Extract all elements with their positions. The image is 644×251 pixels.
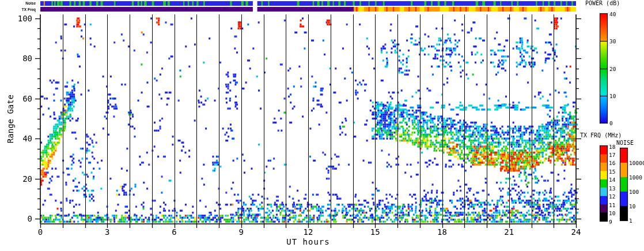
txfreq-colorbar-title: TX FRQ (MHz) (580, 133, 622, 138)
noise-tick-label: 100 (629, 189, 639, 195)
power-tick-label: 0 (609, 120, 613, 126)
noise-strip-label: Noise (10, 1, 36, 5)
y-tick-label: 60 (7, 94, 32, 103)
power-tick-label: 40 (609, 11, 616, 17)
y-tick-label: 0 (7, 214, 32, 223)
noise-tick-label: 10000 (629, 160, 644, 166)
x-tick-label: 15 (363, 227, 387, 237)
x-axis-title: UT hours (262, 238, 354, 246)
noise-colorbar-title: NOISE (616, 140, 634, 146)
x-tick-label: 21 (498, 227, 521, 237)
y-tick-label: 40 (7, 134, 32, 143)
power-tick-label: 30 (609, 38, 616, 44)
x-tick-label: 9 (230, 227, 253, 237)
power-tick-label: 20 (609, 66, 616, 72)
txfreq-tick-label: 13 (609, 185, 615, 192)
y-tick-label: 80 (7, 54, 32, 63)
y-tick-label: 100 (7, 14, 32, 23)
x-tick-label: 6 (163, 227, 186, 237)
x-tick-label: 3 (96, 227, 119, 237)
plot-canvas (0, 0, 644, 251)
txfreq-tick-label: 14 (609, 177, 615, 183)
txfreq-tick-label: 10 (609, 210, 615, 216)
y-tick-label: 20 (7, 174, 32, 183)
power-colorbar-title: POWER (dB) (585, 1, 620, 6)
txfreq-tick-label: 15 (609, 168, 615, 175)
txfreq-tick-label: 11 (609, 202, 615, 208)
txfreq-tick-label: 17 (609, 152, 615, 158)
txfreq-strip-label: TX Freq (7, 8, 36, 12)
txfreq-tick-label: 12 (609, 193, 615, 200)
x-tick-label: 12 (297, 227, 320, 237)
noise-tick-label: 1000 (629, 174, 642, 181)
txfreq-tick-label: 9 (609, 219, 612, 225)
x-tick-label: 18 (431, 227, 454, 237)
x-tick-label: 0 (29, 227, 52, 237)
txfreq-tick-label: 18 (609, 144, 615, 150)
noise-tick-label: 1 (629, 218, 632, 224)
power-tick-label: 10 (609, 93, 616, 99)
noise-tick-label: 10 (629, 203, 635, 209)
radar-summary-plot: Noise TX Freq Range Gate UT hours POWER … (0, 0, 644, 251)
x-tick-label: 24 (565, 227, 588, 237)
txfreq-tick-label: 16 (609, 160, 615, 166)
